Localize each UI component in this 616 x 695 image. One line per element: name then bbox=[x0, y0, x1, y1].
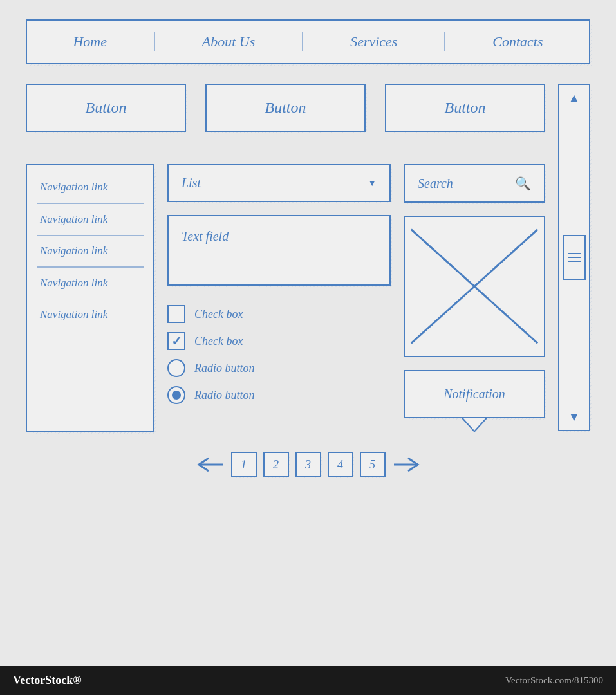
buttons-row: Button Button Button bbox=[26, 84, 545, 132]
radio-unchecked-label: Radio button bbox=[194, 362, 255, 375]
right-column: Search 🔍 Notification bbox=[404, 164, 545, 432]
nav-link-divider bbox=[37, 235, 144, 236]
radio-checked[interactable] bbox=[167, 386, 185, 404]
nav-link-3[interactable]: Navigation link bbox=[27, 236, 153, 266]
radio-fill bbox=[172, 391, 181, 400]
widgets-area: Button Button Button Navigation link Nav… bbox=[26, 84, 590, 432]
scrollbar[interactable]: ▲ ▼ bbox=[558, 84, 590, 431]
scroll-thumb-lines-icon bbox=[568, 253, 581, 262]
footer: VectorStock® VectorStock.com/815300 bbox=[0, 666, 616, 695]
nav-divider bbox=[154, 32, 155, 51]
nav-divider bbox=[444, 32, 445, 51]
footer-url: VectorStock.com/815300 bbox=[505, 675, 603, 686]
page-1-button[interactable]: 1 bbox=[231, 452, 257, 477]
scroll-line-3 bbox=[568, 261, 581, 262]
button-3[interactable]: Button bbox=[385, 84, 545, 132]
widgets-left: Button Button Button Navigation link Nav… bbox=[26, 84, 545, 432]
radio-unchecked[interactable] bbox=[167, 359, 185, 377]
radio-checked-item: Radio button bbox=[167, 386, 391, 404]
nav-link-5[interactable]: Navigation link bbox=[27, 299, 153, 330]
next-page-button[interactable] bbox=[392, 455, 421, 474]
search-label: Search bbox=[418, 176, 453, 191]
scroll-up-button[interactable]: ▲ bbox=[559, 85, 589, 111]
checkbox-checked-label: Check box bbox=[194, 335, 243, 348]
nav-divider bbox=[302, 32, 303, 51]
page-5-button[interactable]: 5 bbox=[360, 452, 386, 477]
scroll-line-1 bbox=[568, 253, 581, 254]
page-3-button[interactable]: 3 bbox=[295, 452, 321, 477]
radio-checked-label: Radio button bbox=[194, 389, 255, 402]
nav-link-divider bbox=[37, 203, 144, 204]
nav-item-home[interactable]: Home bbox=[53, 33, 126, 50]
nav-item-about[interactable]: About Us bbox=[183, 33, 275, 50]
scroll-line-2 bbox=[568, 257, 581, 258]
checkbox-checked[interactable]: ✓ bbox=[167, 332, 185, 350]
scroll-down-button[interactable]: ▼ bbox=[559, 404, 589, 430]
scroll-thumb[interactable] bbox=[563, 235, 586, 280]
nav-link-divider bbox=[37, 299, 144, 300]
arrow-right-icon bbox=[392, 455, 421, 474]
button-1[interactable]: Button bbox=[26, 84, 186, 132]
search-box[interactable]: Search 🔍 bbox=[404, 164, 545, 203]
dropdown-label: List bbox=[182, 176, 201, 190]
nav-link-1[interactable]: Navigation link bbox=[27, 172, 153, 203]
center-column: List ▼ Text field Check box bbox=[167, 164, 391, 432]
notification-container: Notification bbox=[404, 370, 545, 432]
checkbox-unchecked[interactable] bbox=[167, 305, 185, 323]
page-4-button[interactable]: 4 bbox=[328, 452, 353, 477]
dropdown-arrow-icon: ▼ bbox=[368, 178, 377, 189]
text-field-label: Text field bbox=[182, 229, 229, 243]
button-2[interactable]: Button bbox=[205, 84, 366, 132]
image-placeholder bbox=[404, 216, 545, 357]
notification-label: Notification bbox=[443, 387, 505, 401]
nav-link-divider bbox=[37, 266, 144, 268]
nav-panel: Navigation link Navigation link Navigati… bbox=[26, 164, 154, 432]
notification-box: Notification bbox=[404, 370, 545, 418]
arrow-left-icon bbox=[196, 455, 225, 474]
nav-item-services[interactable]: Services bbox=[331, 33, 416, 50]
notification-tail-icon bbox=[462, 418, 487, 432]
search-icon: 🔍 bbox=[515, 176, 531, 191]
checkbox-unchecked-item: Check box bbox=[167, 305, 391, 323]
text-field[interactable]: Text field bbox=[167, 215, 391, 286]
dropdown[interactable]: List ▼ bbox=[167, 164, 391, 202]
checkmark-icon: ✓ bbox=[171, 333, 182, 349]
middle-section: Navigation link Navigation link Navigati… bbox=[26, 164, 545, 432]
radio-unchecked-item: Radio button bbox=[167, 359, 391, 377]
page-2-button[interactable]: 2 bbox=[263, 452, 289, 477]
nav-link-4[interactable]: Navigation link bbox=[27, 268, 153, 299]
nav-item-contacts[interactable]: Contacts bbox=[473, 33, 562, 50]
controls-group: Check box ✓ Check box Radio butto bbox=[167, 305, 391, 404]
checkbox-unchecked-label: Check box bbox=[194, 308, 243, 321]
placeholder-x-icon bbox=[405, 217, 544, 356]
nav-link-2[interactable]: Navigation link bbox=[27, 204, 153, 235]
footer-logo: VectorStock® bbox=[13, 674, 82, 687]
navigation-bar: Home About Us Services Contacts bbox=[26, 19, 590, 64]
prev-page-button[interactable] bbox=[196, 455, 225, 474]
checkbox-checked-item: ✓ Check box bbox=[167, 332, 391, 350]
pagination: 1 2 3 4 5 bbox=[26, 452, 590, 490]
